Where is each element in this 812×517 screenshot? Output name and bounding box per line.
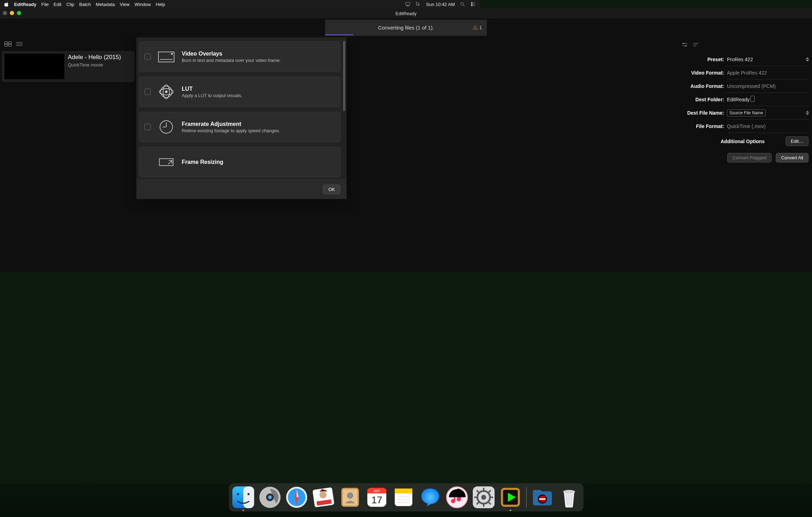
svg-point-9 bbox=[471, 5, 472, 6]
svg-point-7 bbox=[471, 2, 472, 4]
svg-point-20 bbox=[171, 53, 173, 55]
clip-list-panel: Adele - Hello (2015) QuickTime movie bbox=[0, 37, 136, 272]
option-lut[interactable]: LUT Apply a LUT to output visuals. bbox=[139, 77, 340, 107]
ok-button[interactable]: OK bbox=[323, 185, 340, 194]
warning-count: 1 bbox=[479, 25, 480, 30]
window-minimize-button[interactable] bbox=[10, 11, 14, 15]
window-titlebar: EditReady bbox=[0, 8, 480, 18]
view-grid-icon[interactable] bbox=[4, 41, 12, 48]
clip-thumbnail bbox=[5, 54, 64, 79]
menu-batch[interactable]: Batch bbox=[79, 2, 91, 7]
svg-rect-15 bbox=[8, 44, 11, 46]
menu-clip[interactable]: Clip bbox=[66, 2, 74, 7]
option-title: Framerate Adjustment bbox=[182, 121, 280, 127]
svg-point-25 bbox=[165, 91, 167, 92]
option-checkbox[interactable] bbox=[144, 124, 151, 130]
menu-view[interactable]: View bbox=[120, 2, 130, 7]
resize-icon bbox=[157, 154, 175, 171]
warning-icon bbox=[472, 25, 478, 30]
conversion-status-text: Converting files (1 of 1). bbox=[378, 25, 434, 31]
lut-icon bbox=[157, 83, 175, 100]
svg-rect-29 bbox=[159, 159, 173, 166]
pointer-icon[interactable] bbox=[415, 1, 421, 7]
svg-rect-12 bbox=[5, 42, 7, 44]
app-window: EditReady Converting files (1 of 1). 1 bbox=[0, 8, 480, 272]
additional-options-modal: Video Overlays Burn in text and metadata… bbox=[136, 37, 347, 199]
window-zoom-button[interactable] bbox=[17, 11, 21, 15]
control-center-icon[interactable] bbox=[470, 1, 476, 7]
svg-rect-14 bbox=[5, 44, 7, 46]
menu-help[interactable]: Help bbox=[156, 2, 165, 7]
menubar-app-name[interactable]: EditReady bbox=[14, 2, 37, 7]
macos-menubar: EditReady File Edit Clip Batch Metadata … bbox=[0, 0, 480, 8]
window-title: EditReady bbox=[395, 11, 417, 16]
view-list-icon[interactable] bbox=[15, 41, 23, 48]
airplay-icon[interactable] bbox=[405, 1, 411, 7]
svg-point-11 bbox=[475, 28, 475, 29]
option-desc: Burn in text and metadata over your vide… bbox=[182, 58, 281, 63]
option-title: LUT bbox=[182, 86, 242, 92]
option-title: Frame Resizing bbox=[182, 159, 223, 165]
svg-line-30 bbox=[168, 161, 172, 165]
svg-point-2 bbox=[461, 2, 464, 5]
window-close-button[interactable] bbox=[3, 11, 7, 15]
svg-rect-13 bbox=[8, 42, 11, 44]
apple-logo-icon[interactable] bbox=[4, 2, 9, 7]
option-title: Video Overlays bbox=[182, 51, 281, 57]
conversion-warning-badge[interactable]: 1 bbox=[472, 25, 480, 30]
menu-window[interactable]: Window bbox=[135, 2, 151, 7]
clip-subtitle: QuickTime movie bbox=[68, 62, 121, 68]
menu-file[interactable]: File bbox=[41, 2, 49, 7]
option-checkbox[interactable] bbox=[144, 89, 151, 95]
video-overlay-icon bbox=[157, 48, 175, 65]
menu-metadata[interactable]: Metadata bbox=[96, 2, 115, 7]
menubar-clock[interactable]: Sun 10:42 AM bbox=[426, 2, 455, 7]
clip-item[interactable]: Adele - Hello (2015) QuickTime movie bbox=[2, 51, 134, 82]
option-desc: Apply a LUT to output visuals. bbox=[182, 93, 242, 98]
modal-scrollbar[interactable] bbox=[343, 41, 345, 111]
clock-icon bbox=[157, 119, 175, 135]
search-icon[interactable] bbox=[460, 1, 465, 7]
svg-point-8 bbox=[471, 4, 472, 5]
conversion-status-tab[interactable]: Converting files (1 of 1). 1 bbox=[325, 20, 480, 36]
conversion-progress-bar bbox=[325, 34, 353, 35]
option-video-overlays[interactable]: Video Overlays Burn in text and metadata… bbox=[139, 42, 340, 72]
option-framerate[interactable]: Framerate Adjustment Retime existing foo… bbox=[139, 112, 340, 142]
svg-line-3 bbox=[463, 5, 465, 6]
option-desc: Retime existing footage to apply speed c… bbox=[182, 128, 280, 133]
option-frame-resizing[interactable]: Frame Resizing bbox=[139, 147, 340, 177]
option-checkbox[interactable] bbox=[144, 53, 151, 60]
clip-title: Adele - Hello (2015) bbox=[68, 54, 121, 61]
menu-edit[interactable]: Edit bbox=[54, 2, 62, 7]
